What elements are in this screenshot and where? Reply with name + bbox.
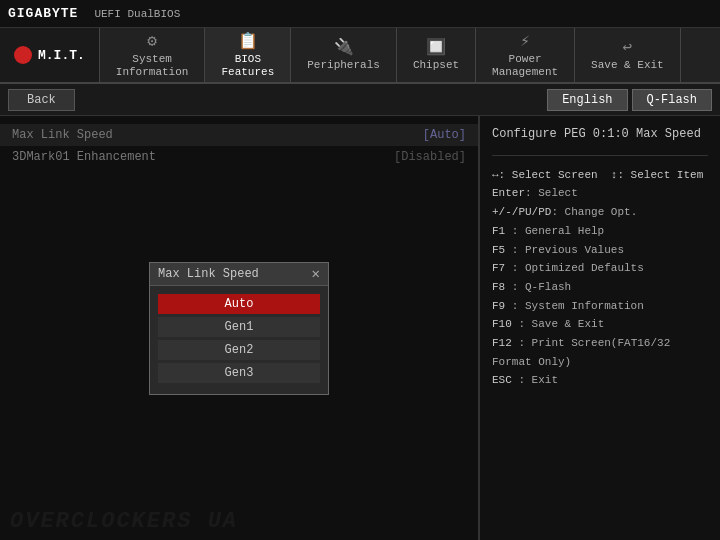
help-description: Configure PEG 0:1:0 Max Speed — [492, 126, 708, 143]
nav-power-label: PowerManagement — [492, 53, 558, 79]
nav-bar: M.I.T. ⚙ SystemInformation 📋 BIOSFeature… — [0, 28, 720, 84]
popup-option-gen2[interactable]: Gen2 — [158, 340, 320, 360]
shortcut-f12: F12 : Print Screen(FAT16/32 Format Only) — [492, 334, 708, 371]
nav-save-exit-label: Save & Exit — [591, 59, 664, 72]
popup-title: Max Link Speed — [158, 267, 259, 281]
main-content: Max Link Speed [Auto] 3DMark01 Enhanceme… — [0, 116, 720, 540]
chipset-icon: 🔲 — [426, 37, 446, 57]
shortcut-f1: F1 : General Help — [492, 222, 708, 241]
nav-peripherals-label: Peripherals — [307, 59, 380, 72]
qflash-button[interactable]: Q-Flash — [632, 89, 712, 111]
popup-option-auto[interactable]: Auto — [158, 294, 320, 314]
nav-bios-features-label: BIOSFeatures — [221, 53, 274, 79]
mit-label: M.I.T. — [38, 48, 85, 63]
nav-bios-features[interactable]: 📋 BIOSFeatures — [205, 28, 291, 82]
nav-save-exit[interactable]: ↩ Save & Exit — [575, 28, 681, 82]
popup-close-button[interactable]: ✕ — [312, 267, 320, 281]
help-panel: Configure PEG 0:1:0 Max Speed ↔: Select … — [478, 116, 720, 540]
peripherals-icon: 🔌 — [334, 37, 354, 57]
shortcut-f7: F7 : Optimized Defaults — [492, 259, 708, 278]
system-info-icon: ⚙ — [147, 31, 157, 51]
action-bar: Back English Q-Flash — [0, 84, 720, 116]
popup-option-gen1[interactable]: Gen1 — [158, 317, 320, 337]
top-bar: GIGABYTE UEFI DualBIOS — [0, 0, 720, 28]
nav-power-management[interactable]: ⚡ PowerManagement — [476, 28, 575, 82]
shortcut-esc: ESC : Exit — [492, 371, 708, 390]
settings-panel: Max Link Speed [Auto] 3DMark01 Enhanceme… — [0, 116, 478, 540]
gigabyte-logo: GIGABYTE — [8, 6, 78, 21]
help-divider — [492, 155, 708, 156]
popup-option-gen3[interactable]: Gen3 — [158, 363, 320, 383]
nav-system-information[interactable]: ⚙ SystemInformation — [100, 28, 206, 82]
shortcut-enter: Enter: Select — [492, 184, 708, 203]
shortcut-f5: F5 : Previous Values — [492, 241, 708, 260]
uefi-label: UEFI DualBIOS — [94, 8, 180, 20]
nav-chipset-label: Chipset — [413, 59, 459, 72]
shortcut-f9: F9 : System Information — [492, 297, 708, 316]
power-icon: ⚡ — [520, 31, 530, 51]
shortcut-f10: F10 : Save & Exit — [492, 315, 708, 334]
back-button[interactable]: Back — [8, 89, 75, 111]
bios-features-icon: 📋 — [238, 31, 258, 51]
popup-overlay: Max Link Speed ✕ Auto Gen1 Gen2 Gen3 — [0, 116, 478, 540]
nav-peripherals[interactable]: 🔌 Peripherals — [291, 28, 397, 82]
mit-circle-icon — [14, 46, 32, 64]
mit-button[interactable]: M.I.T. — [0, 28, 100, 82]
nav-chipset[interactable]: 🔲 Chipset — [397, 28, 476, 82]
shortcut-select-screen: ↔: Select Screen ↕: Select Item — [492, 166, 708, 185]
shortcut-f8: F8 : Q-Flash — [492, 278, 708, 297]
shortcut-change: +/-/PU/PD: Change Opt. — [492, 203, 708, 222]
nav-system-info-label: SystemInformation — [116, 53, 189, 79]
help-shortcuts: ↔: Select Screen ↕: Select Item Enter: S… — [492, 166, 708, 390]
english-button[interactable]: English — [547, 89, 627, 111]
save-exit-icon: ↩ — [623, 37, 633, 57]
popup-header: Max Link Speed ✕ — [150, 263, 328, 286]
popup-dialog: Max Link Speed ✕ Auto Gen1 Gen2 Gen3 — [149, 262, 329, 395]
